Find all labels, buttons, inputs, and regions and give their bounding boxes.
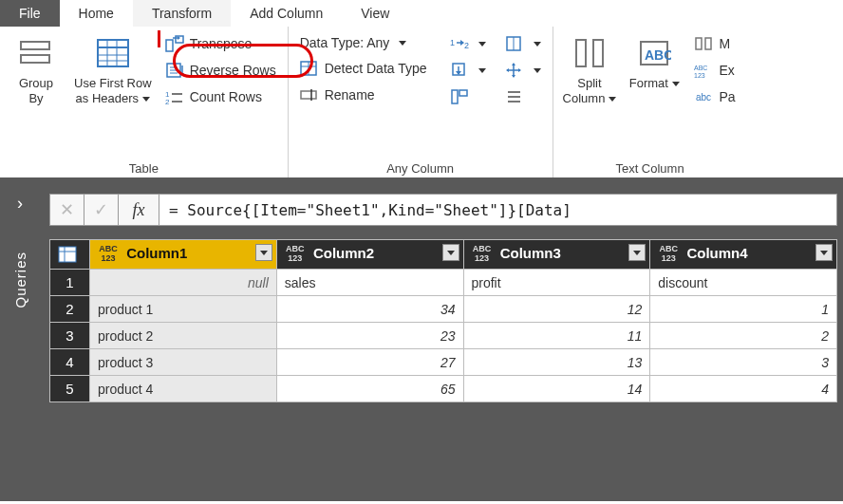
table-headers-icon [96, 36, 130, 70]
svg-text:ABC: ABC [645, 47, 671, 63]
formula-cancel-button[interactable]: ✕ [49, 194, 84, 226]
extract-icon: ABC123 [694, 62, 713, 79]
grid-cell[interactable]: product 2 [90, 323, 277, 349]
expand-queries-button[interactable]: › [17, 194, 23, 214]
grid-cell[interactable]: product 3 [90, 349, 277, 376]
use-first-row-label: Use First Row as Headers [74, 76, 152, 105]
group-by-button[interactable]: Group By [8, 32, 65, 109]
row-number: 4 [50, 349, 90, 376]
grid-cell[interactable]: 3 [650, 349, 837, 376]
grid-cell[interactable]: discount [650, 270, 837, 296]
svg-rect-18 [301, 91, 316, 99]
count-rows-label: Count Rows [190, 89, 262, 104]
svg-rect-30 [576, 40, 586, 66]
svg-rect-34 [696, 38, 702, 49]
svg-text:2: 2 [165, 98, 170, 105]
use-first-row-button[interactable]: Use First Row as Headers [72, 32, 154, 109]
unpivot-icon [505, 35, 524, 52]
unpivot-dropdown[interactable] [501, 32, 545, 55]
grid-cell[interactable]: 65 [276, 376, 463, 402]
column-header-3[interactable]: ABC123 Column3 [463, 240, 650, 270]
column-1-filter-button[interactable] [255, 244, 272, 261]
transpose-button[interactable]: Transpose [161, 32, 280, 55]
split-column-icon [572, 36, 607, 70]
svg-text:abc: abc [696, 92, 711, 103]
column-header-2-label: Column2 [313, 245, 374, 261]
grid-cell[interactable]: product 4 [90, 376, 277, 402]
split-column-button[interactable]: Split Column [561, 32, 619, 109]
rename-button[interactable]: Rename [296, 84, 431, 106]
grid-cell[interactable]: 2 [650, 323, 837, 349]
type-any-icon: ABC123 [472, 244, 493, 265]
data-type-dropdown[interactable]: Data Type: Any [296, 32, 431, 53]
grid-cell[interactable]: 1 [650, 296, 837, 323]
rename-label: Rename [325, 87, 375, 103]
move-icon [505, 62, 524, 79]
replace-values-dropdown[interactable]: 12 [446, 32, 490, 55]
pivot-button[interactable] [446, 85, 490, 108]
column-header-2[interactable]: ABC123 Column2 [276, 240, 463, 270]
svg-text:2: 2 [464, 41, 469, 50]
table-row[interactable]: 1 null sales profit discount [50, 270, 837, 296]
formula-commit-button[interactable]: ✓ [84, 194, 118, 226]
count-rows-button[interactable]: 12 Count Rows [161, 85, 280, 108]
extract-button[interactable]: ABC123 Ex [690, 59, 739, 82]
grid-cell[interactable]: 13 [463, 349, 650, 376]
table-row[interactable]: 2 product 1 34 12 1 [50, 296, 837, 323]
grid-corner[interactable] [50, 240, 90, 270]
tab-home[interactable]: Home [60, 0, 133, 27]
grid-cell[interactable]: 34 [276, 296, 463, 323]
move-dropdown[interactable] [501, 59, 545, 82]
reverse-rows-button[interactable]: Reverse Rows [161, 59, 280, 82]
merge-columns-button[interactable]: M [690, 32, 739, 55]
grid-cell[interactable]: 23 [276, 323, 463, 349]
svg-text:1: 1 [450, 38, 455, 47]
annotation-mark [158, 30, 160, 47]
column-header-1[interactable]: ABC123 Column1 [90, 240, 277, 270]
workspace-area: › Queries ✕ ✓ fx ABC123 Column1 [0, 180, 843, 501]
grid-cell[interactable]: 4 [650, 376, 837, 402]
table-row[interactable]: 3 product 2 23 11 2 [50, 323, 837, 349]
queries-label: Queries [12, 252, 28, 308]
formula-bar: ✕ ✓ fx [49, 194, 837, 226]
svg-rect-1 [21, 55, 49, 63]
parse-button[interactable]: abc Pa [690, 85, 739, 108]
grid-cell[interactable]: 11 [463, 323, 650, 349]
grid-cell[interactable]: null [90, 270, 277, 296]
grid-cell[interactable]: 14 [463, 376, 650, 402]
rename-icon [300, 86, 319, 103]
ribbon: Group By Use First Row as Headers Transp… [0, 27, 843, 180]
column-header-1-label: Column1 [126, 245, 187, 261]
grid-cell[interactable]: product 1 [90, 296, 277, 323]
svg-rect-0 [21, 42, 49, 49]
tab-transform[interactable]: Transform [133, 0, 231, 27]
convert-list-button[interactable] [501, 85, 545, 108]
table-row[interactable]: 5 product 4 65 14 4 [50, 376, 837, 402]
parse-label: Pa [719, 89, 735, 104]
group-by-icon [19, 36, 53, 70]
ribbon-group-any-column-label: Any Column [296, 158, 545, 176]
tab-file[interactable]: File [0, 0, 60, 27]
table-row[interactable]: 4 product 3 27 13 3 [50, 349, 837, 376]
column-header-4-label: Column4 [686, 245, 747, 261]
data-grid: ABC123 Column1 ABC123 Column2 ABC123 Col… [49, 239, 837, 402]
tab-view[interactable]: View [342, 0, 408, 27]
row-number: 2 [50, 296, 90, 323]
grid-cell[interactable]: 27 [276, 349, 463, 376]
grid-cell[interactable]: profit [463, 270, 650, 296]
column-header-4[interactable]: ABC123 Column4 [650, 240, 837, 270]
column-4-filter-button[interactable] [815, 244, 833, 261]
format-button[interactable]: ABC Format [626, 32, 683, 109]
tab-add-column[interactable]: Add Column [231, 0, 342, 27]
fill-dropdown[interactable] [446, 59, 490, 82]
svg-rect-35 [705, 38, 711, 49]
group-by-label: Group By [19, 76, 53, 105]
grid-cell[interactable]: 12 [463, 296, 650, 323]
formula-input[interactable] [159, 194, 837, 226]
column-3-filter-button[interactable] [628, 244, 646, 261]
list-icon [505, 88, 524, 105]
detect-data-type-button[interactable]: Detect Data Type [296, 57, 431, 80]
column-2-filter-button[interactable] [442, 244, 459, 261]
grid-cell[interactable]: sales [276, 270, 463, 296]
menu-tabstrip: File Home Transform Add Column View [0, 0, 843, 27]
